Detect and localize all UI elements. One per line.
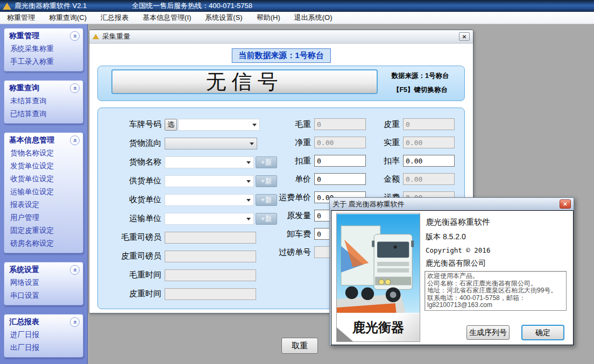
menu-system-settings[interactable]: 系统设置(S) [198,11,249,24]
weight-display-group: 无信号 数据来源：1号称台 【F5】键切换称台 [97,66,465,101]
sidebar-item-goods-name[interactable]: 货物名称设定 [4,147,83,160]
window-close-button[interactable]: ✕ [459,32,470,41]
dropdown-arrow-icon [250,142,254,145]
sidebar-item-serial-settings[interactable]: 串口设置 [4,289,83,302]
sidebar-item-network-settings[interactable]: 网络设置 [4,276,83,289]
panel-header[interactable]: 系统设置 » [4,262,83,276]
panel-title: 基本信息管理 [9,135,54,145]
sidebar-item-system-weigh[interactable]: 系统采集称重 [4,42,83,55]
menu-exit[interactable]: 退出系统(O) [287,11,340,24]
dropdown-arrow-icon [246,180,251,183]
plate-combo[interactable] [178,119,260,131]
page-curl-decoration [337,327,353,341]
panel-header[interactable]: 汇总报表 » [4,315,83,329]
sidebar-item-report-setting[interactable]: 报表设定 [4,198,83,211]
sidebar-item-outbound-daily[interactable]: 出厂日报 [4,341,83,354]
goods-combo[interactable] [165,156,254,168]
app-title: 鹿光衡器称重软件 V2.1 [15,1,87,11]
plate-label: 车牌号码 [98,119,165,130]
sidebar-item-transport-unit[interactable]: 运输单位设定 [4,185,83,198]
chevron-up-icon: » [71,86,78,90]
plate-select-button[interactable]: 选 [165,119,177,131]
collapse-button[interactable]: » [70,83,80,93]
sidebar-item-unsettled-query[interactable]: 未结算查询 [4,95,83,108]
menu-help[interactable]: 帮助(H) [250,11,287,24]
sidebar-item-settled-query[interactable]: 已结算查询 [4,108,83,120]
transport-combo[interactable] [165,213,254,225]
sidebar-panel-basic-info: 基本信息管理 » 货物名称设定 发货单位设定 收货单位设定 运输单位设定 报表设… [4,132,83,253]
tare-operator-field [165,251,256,262]
flow-combo[interactable] [165,138,257,149]
title-bar: 鹿光衡器称重软件 V2.1 全国统一售后服务热线：400-071-5758 [0,0,594,12]
chevron-up-icon: » [71,138,78,142]
sidebar-panel-system-settings: 系统设置 » 网络设置 串口设置 [4,262,83,305]
gross-label: 毛重 [254,119,314,130]
display-side-info: 数据来源：1号称台 【F5】键切换称台 [383,69,458,97]
collapse-button[interactable]: » [70,317,80,327]
form-column-right: 皮重 实重 扣率 金额 [355,115,462,206]
ok-button[interactable]: 确定 [521,325,564,340]
dropdown-arrow-icon [246,199,251,202]
form-row-goods: 货物名称 +新 [98,153,281,172]
menu-summary-report[interactable]: 汇总报表 [94,11,136,24]
sidebar-item-fixed-tare[interactable]: 固定皮重设定 [4,224,83,237]
copyright-line: Copyright © 2016 [426,246,490,254]
actual-label: 实重 [355,138,403,148]
window-logo-icon [93,34,99,39]
sidebar-panel-weigh-query: 称重查询 » 未结算查询 已结算查询 [4,80,83,124]
dialog-title-bar: 关于 鹿光衡器称重软件 ✕ [330,198,574,210]
gross-time-label: 毛重时间 [98,270,165,280]
panel-title: 称重管理 [9,31,39,41]
collapse-button[interactable]: » [70,135,80,145]
company-info-box: 欢迎使用本产品。 公司名称：石家庄鹿光衡器有限公司。 地址：河北省石家庄鹿泉区石… [425,271,567,311]
panel-title: 系统设置 [9,265,39,275]
dialog-close-button[interactable]: ✕ [560,199,571,209]
supplier-combo[interactable] [165,175,254,187]
collapse-button[interactable]: » [70,31,80,41]
sidebar-item-shipper-unit[interactable]: 发货单位设定 [4,160,83,173]
menu-weigh-manage[interactable]: 称重管理 [0,11,42,24]
panel-header[interactable]: 基本信息管理 » [4,133,83,147]
rate-label: 扣率 [355,156,403,166]
product-version: 版本 8.5.2.0 [426,232,466,242]
sidebar-item-receiver-unit[interactable]: 收货单位设定 [4,173,83,185]
sidebar: 称重管理 » 系统采集称重 手工录入称重 称重查询 » 未结算查询 已结算查询 … [0,24,88,364]
rate-field[interactable] [403,155,455,167]
price-label: 单价 [254,174,314,184]
generate-serial-button[interactable]: 生成序列号 [466,325,510,340]
freight-price-label: 运费单价 [254,192,314,203]
form-row-supplier: 供货单位 +新 [98,172,281,190]
form-row-rate: 扣率 [355,152,462,170]
company-name: 鹿光衡器有限公司 [426,259,486,268]
menu-weigh-query[interactable]: 称重查询(C) [42,11,94,24]
data-source-banner: 当前数据来源：1号称台 [231,48,330,63]
about-dialog: 关于 鹿光衡器称重软件 ✕ [329,197,574,346]
collapse-button[interactable]: » [70,265,80,275]
sidebar-panel-weigh-manage: 称重管理 » 系统采集称重 手工录入称重 [4,28,83,72]
take-weight-button[interactable]: 取重 [281,338,318,354]
gross-operator-field [165,232,256,244]
sidebar-item-user-manage[interactable]: 用户管理 [4,211,83,224]
dropdown-arrow-icon [246,161,251,164]
app-logo-icon [3,3,11,10]
form-column-left: 车牌号码 选 货物流向 [98,115,281,303]
dropdown-arrow-icon [246,218,251,220]
tare-label: 皮重 [355,119,403,130]
sidebar-panel-summary-report: 汇总报表 » 进厂日报 出厂日报 [4,314,83,358]
panel-header[interactable]: 称重管理 » [4,28,83,42]
gross-operator-label: 毛重司磅员 [98,232,165,242]
panel-header[interactable]: 称重查询 » [4,81,83,95]
service-hotline: 全国统一售后服务热线：400-071-5758 [132,1,252,11]
ticket-label: 过磅单号 [254,247,314,258]
dialog-client-area: 鹿光衡器 鹿光衡器称重软件 版本 8.5.2.0 Copyright © 201… [331,210,574,345]
chevron-up-icon: » [71,268,78,272]
transport-label: 运输单位 [98,213,165,224]
window-title: 采集重量 [102,32,130,41]
sidebar-item-manual-weigh[interactable]: 手工录入称重 [4,55,83,68]
sidebar-item-inbound-daily[interactable]: 进厂日报 [4,329,83,341]
sidebar-item-scale-house-name[interactable]: 磅房名称设定 [4,237,83,250]
menu-basic-info[interactable]: 基本信息管理(I) [136,11,198,24]
form-row-gross-time: 毛重时间 [98,266,281,284]
panel-title: 汇总报表 [9,317,39,327]
receiver-combo[interactable] [165,194,254,206]
